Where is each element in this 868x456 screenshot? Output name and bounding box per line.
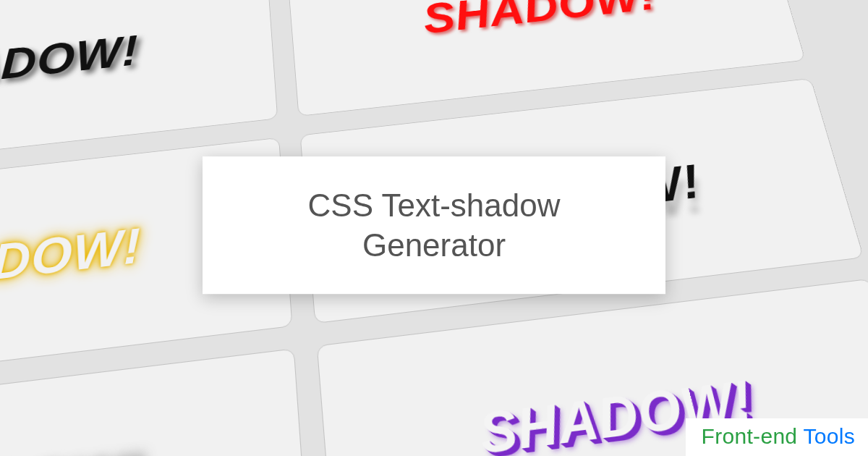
brand-badge: Front-end Tools: [686, 418, 868, 456]
title-card: CSS Text-shadow Generator: [203, 156, 665, 294]
page-title-line1: CSS Text-shadow: [246, 185, 622, 225]
brand-part1: Front-end: [702, 424, 798, 448]
sample-text-blur: SHADOW!: [0, 443, 145, 456]
sample-text-yellow-glow: SHADOW!: [0, 217, 142, 304]
sample-text-black-drop: SHADOW!: [0, 26, 139, 101]
sample-text-red: SHADOW!: [420, 0, 660, 43]
brand-part2: Tools: [797, 424, 855, 448]
sample-card: SHADOW!: [0, 348, 310, 456]
page-title-line2: Generator: [246, 225, 622, 265]
